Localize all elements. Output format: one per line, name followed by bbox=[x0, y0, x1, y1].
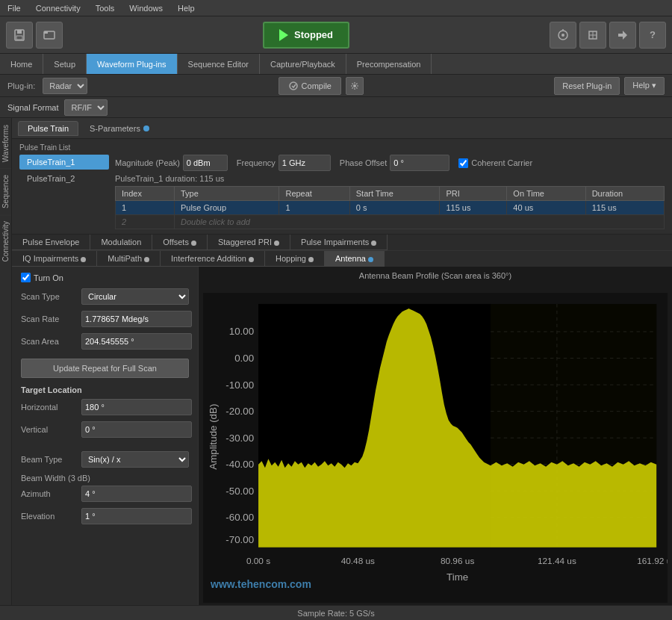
th-pri: PRI bbox=[440, 187, 507, 201]
btab-iq-impairments[interactable]: IQ Impairments bbox=[12, 251, 97, 267]
play-icon bbox=[279, 29, 288, 41]
svg-text:0.00: 0.00 bbox=[234, 353, 254, 364]
pt-content: PulseTrain_1 PulseTrain_2 Magnitude (Pea… bbox=[19, 155, 665, 229]
coherent-check[interactable]: Coherent Carrier bbox=[458, 158, 532, 168]
vertical-input[interactable] bbox=[81, 421, 192, 438]
side-tab-sequence[interactable]: Sequence bbox=[0, 168, 11, 214]
vertical-row: Vertical bbox=[21, 421, 189, 438]
scan-rate-label: Scan Rate bbox=[21, 314, 77, 323]
svg-text:-40.00: -40.00 bbox=[225, 459, 254, 470]
magnitude-label: Magnitude (Peak) bbox=[115, 158, 180, 167]
side-tab-connectivity[interactable]: Connectivity bbox=[0, 214, 11, 267]
td-add-index: 2 bbox=[116, 215, 175, 229]
frequency-group: Frequency bbox=[237, 155, 331, 171]
toolbar-btn-1[interactable] bbox=[550, 22, 576, 49]
pt-item-1[interactable]: PulseTrain_1 bbox=[19, 155, 109, 170]
ptab-s-parameters[interactable]: S-Parameters bbox=[80, 121, 159, 136]
toolbar-btn-2[interactable] bbox=[579, 22, 606, 49]
run-button[interactable]: Stopped bbox=[263, 22, 349, 49]
turn-on-group[interactable]: Turn On bbox=[21, 273, 189, 282]
scan-type-row: Scan Type Circular Linear Random bbox=[21, 288, 189, 305]
elevation-label: Elevation bbox=[21, 512, 77, 521]
tab-capture-playback[interactable]: Capture/Playback bbox=[260, 54, 346, 74]
compile-button[interactable]: Compile bbox=[279, 77, 341, 95]
menu-windows[interactable]: Windows bbox=[122, 4, 170, 13]
chart-area: Antenna Beam Profile (Scan area is 360°) bbox=[199, 267, 672, 620]
signal-format-select[interactable]: RF/IF bbox=[64, 99, 108, 116]
antenna-panel: Turn On Scan Type Circular Linear Random… bbox=[12, 267, 672, 620]
tab-precompensation[interactable]: Precompensation bbox=[346, 54, 432, 74]
duration-text: PulseTrain_1 duration: 115 us bbox=[115, 174, 665, 183]
scan-rate-row: Scan Rate bbox=[21, 311, 189, 327]
turn-on-label: Turn On bbox=[34, 273, 63, 282]
pulse-params: Magnitude (Peak) Frequency Phase Offset bbox=[115, 155, 665, 171]
open-button[interactable] bbox=[36, 22, 63, 49]
menu-help[interactable]: Help bbox=[170, 4, 202, 13]
azimuth-input[interactable] bbox=[81, 486, 192, 502]
scan-type-select[interactable]: Circular Linear Random bbox=[81, 288, 189, 305]
help-dropdown-button[interactable]: Help ▾ bbox=[624, 77, 665, 95]
btab-antenna[interactable]: Antenna bbox=[325, 251, 385, 267]
btab-offsets[interactable]: Offsets bbox=[152, 235, 208, 250]
tab-sequence-editor[interactable]: Sequence Editor bbox=[178, 54, 260, 74]
svg-point-12 bbox=[353, 84, 356, 87]
main-tabs: Home Setup Waveform Plug-ins Sequence Ed… bbox=[0, 54, 672, 75]
antenna-chart: 10.00 0.00 -10.00 -20.00 -30.00 -40.00 -… bbox=[203, 283, 668, 613]
side-tab-waveforms[interactable]: Waveforms bbox=[0, 118, 11, 168]
plugin-row-right: Reset Plug-in Help ▾ bbox=[554, 77, 665, 95]
beam-type-select[interactable]: Sin(x) / x Gaussian Flat bbox=[81, 451, 189, 468]
turn-on-checkbox[interactable] bbox=[21, 273, 31, 282]
svg-text:-60.00: -60.00 bbox=[225, 512, 254, 523]
scan-area-label: Scan Area bbox=[21, 337, 77, 346]
reset-plugin-button[interactable]: Reset Plug-in bbox=[554, 77, 620, 95]
elevation-input[interactable] bbox=[81, 508, 192, 524]
scan-type-label: Scan Type bbox=[21, 292, 77, 301]
toolbar-btn-3[interactable] bbox=[609, 22, 636, 49]
scan-area-input[interactable] bbox=[81, 333, 192, 350]
btab-pulse-envelope[interactable]: Pulse Envelope bbox=[12, 235, 90, 250]
btab-pulse-impairments[interactable]: Pulse Impairments bbox=[290, 235, 388, 250]
pt-item-2[interactable]: PulseTrain_2 bbox=[19, 171, 109, 186]
scan-rate-input[interactable] bbox=[81, 311, 192, 327]
tab-setup[interactable]: Setup bbox=[43, 54, 87, 74]
horizontal-input[interactable] bbox=[81, 399, 192, 415]
content-area: Pulse Train S-Parameters Pulse Train Lis… bbox=[12, 118, 672, 620]
tab-home[interactable]: Home bbox=[0, 54, 43, 74]
pulse-train-list: PulseTrain_1 PulseTrain_2 bbox=[19, 155, 109, 229]
signal-format-row: Signal Format RF/IF bbox=[0, 97, 672, 118]
table-row-add[interactable]: 2 Double click to add bbox=[116, 215, 665, 229]
magnitude-input[interactable] bbox=[183, 155, 228, 171]
svg-text:-50.00: -50.00 bbox=[225, 486, 254, 497]
menu-connectivity[interactable]: Connectivity bbox=[28, 4, 88, 13]
ptab-pulse-train[interactable]: Pulse Train bbox=[18, 121, 78, 136]
update-repeat-button[interactable]: Update Repeat for Full Scan bbox=[21, 359, 189, 378]
phase-offset-input[interactable] bbox=[390, 155, 449, 171]
th-type: Type bbox=[174, 187, 279, 201]
btab-modulation[interactable]: Modulation bbox=[90, 235, 152, 250]
table-row[interactable]: 1 Pulse Group 1 0 s 115 us 40 us 115 us bbox=[116, 201, 665, 215]
s-params-dot bbox=[143, 125, 149, 131]
signal-format-label: Signal Format bbox=[7, 103, 58, 112]
save-button[interactable] bbox=[6, 22, 33, 49]
menu-tools[interactable]: Tools bbox=[88, 4, 122, 13]
td-on-time: 40 us bbox=[507, 201, 585, 215]
multipath-dot bbox=[144, 257, 149, 262]
btab-staggered-pri[interactable]: Staggered PRI bbox=[208, 235, 290, 250]
btab-interference[interactable]: Interference Addition bbox=[161, 251, 265, 267]
tab-waveform-plugins[interactable]: Waveform Plug-ins bbox=[87, 54, 178, 74]
coherent-checkbox[interactable] bbox=[458, 158, 468, 168]
interference-dot bbox=[249, 257, 254, 262]
btab-multipath[interactable]: MultiPath bbox=[97, 251, 161, 267]
scan-area-row: Scan Area bbox=[21, 333, 189, 350]
side-tabs: Waveforms Sequence Connectivity bbox=[0, 118, 12, 620]
td-pri: 115 us bbox=[440, 201, 507, 215]
plugin-select[interactable]: Radar bbox=[43, 78, 87, 94]
help-button[interactable]: ? bbox=[639, 22, 666, 49]
sample-rate: Sample Rate: 5 GS/s bbox=[297, 609, 374, 618]
gear-button[interactable] bbox=[346, 77, 364, 95]
btab-hopping[interactable]: Hopping bbox=[265, 251, 325, 267]
frequency-input[interactable] bbox=[279, 155, 331, 171]
offsets-dot bbox=[191, 241, 196, 246]
menu-file[interactable]: File bbox=[0, 4, 28, 13]
hopping-dot bbox=[308, 257, 314, 262]
